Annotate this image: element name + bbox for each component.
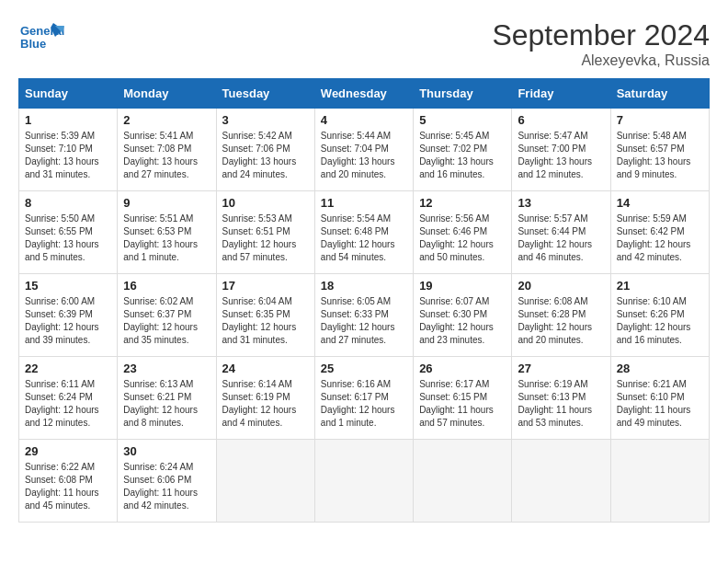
day-info: Sunrise: 5:56 AMSunset: 6:46 PMDaylight:… <box>419 213 506 264</box>
day-header-sunday: Sunday <box>19 79 118 109</box>
day-header-tuesday: Tuesday <box>216 79 314 109</box>
day-info: Sunrise: 6:10 AMSunset: 6:26 PMDaylight:… <box>617 295 703 347</box>
day-info: Sunrise: 6:02 AMSunset: 6:37 PMDaylight:… <box>123 295 210 347</box>
calendar-cell <box>216 440 314 523</box>
location-subtitle: Alexeyevka, Russia <box>492 52 710 69</box>
day-number: 24 <box>222 362 309 375</box>
day-info: Sunrise: 6:24 AMSunset: 6:06 PMDaylight:… <box>123 461 210 512</box>
day-header-thursday: Thursday <box>414 79 512 109</box>
day-number: 13 <box>518 196 604 210</box>
calendar-cell: 24Sunrise: 6:14 AMSunset: 6:19 PMDayligh… <box>216 357 314 440</box>
day-number: 6 <box>518 113 604 127</box>
calendar-cell: 14Sunrise: 5:59 AMSunset: 6:42 PMDayligh… <box>610 191 709 274</box>
day-number: 29 <box>25 444 111 458</box>
day-number: 3 <box>222 113 309 127</box>
calendar-cell: 28Sunrise: 6:21 AMSunset: 6:10 PMDayligh… <box>610 357 709 440</box>
calendar-cell: 1Sunrise: 5:39 AMSunset: 7:10 PMDaylight… <box>19 109 118 191</box>
calendar-cell <box>414 440 512 523</box>
calendar-cell: 2Sunrise: 5:41 AMSunset: 7:08 PMDaylight… <box>118 109 216 191</box>
day-number: 7 <box>617 113 703 127</box>
day-info: Sunrise: 5:57 AMSunset: 6:44 PMDaylight:… <box>518 213 604 264</box>
day-number: 18 <box>321 279 407 293</box>
day-number: 2 <box>123 113 210 127</box>
calendar-cell <box>314 440 413 523</box>
calendar-cell: 23Sunrise: 6:13 AMSunset: 6:21 PMDayligh… <box>118 357 216 440</box>
calendar-cell: 11Sunrise: 5:54 AMSunset: 6:48 PMDayligh… <box>314 191 413 274</box>
day-number: 14 <box>617 196 703 210</box>
calendar-cell: 25Sunrise: 6:16 AMSunset: 6:17 PMDayligh… <box>314 357 413 440</box>
day-number: 30 <box>123 444 210 458</box>
day-number: 28 <box>617 362 703 375</box>
day-number: 11 <box>321 196 407 210</box>
calendar-cell <box>610 440 709 523</box>
calendar-cell: 9Sunrise: 5:51 AMSunset: 6:53 PMDaylight… <box>118 191 216 274</box>
calendar-cell: 7Sunrise: 5:48 AMSunset: 6:57 PMDaylight… <box>610 109 709 191</box>
day-info: Sunrise: 6:21 AMSunset: 6:10 PMDaylight:… <box>617 378 703 430</box>
month-title: September 2024 <box>492 18 710 52</box>
day-info: Sunrise: 5:53 AMSunset: 6:51 PMDaylight:… <box>222 213 309 264</box>
calendar-cell: 17Sunrise: 6:04 AMSunset: 6:35 PMDayligh… <box>216 274 314 357</box>
day-info: Sunrise: 5:54 AMSunset: 6:48 PMDaylight:… <box>321 213 407 264</box>
day-number: 15 <box>25 279 111 293</box>
day-header-friday: Friday <box>512 79 610 109</box>
day-number: 4 <box>321 113 407 127</box>
calendar-cell: 13Sunrise: 5:57 AMSunset: 6:44 PMDayligh… <box>512 191 610 274</box>
day-number: 16 <box>123 279 210 293</box>
page-header: General Blue September 2024 Alexeyevka, … <box>18 18 710 69</box>
day-info: Sunrise: 6:16 AMSunset: 6:17 PMDaylight:… <box>321 378 407 430</box>
calendar-cell: 21Sunrise: 6:10 AMSunset: 6:26 PMDayligh… <box>610 274 709 357</box>
day-number: 26 <box>419 362 506 375</box>
calendar-cell: 26Sunrise: 6:17 AMSunset: 6:15 PMDayligh… <box>414 357 512 440</box>
day-info: Sunrise: 5:44 AMSunset: 7:04 PMDaylight:… <box>321 130 407 181</box>
day-header-saturday: Saturday <box>610 79 709 109</box>
calendar-cell: 20Sunrise: 6:08 AMSunset: 6:28 PMDayligh… <box>512 274 610 357</box>
day-info: Sunrise: 6:14 AMSunset: 6:19 PMDaylight:… <box>222 378 309 430</box>
calendar-cell: 29Sunrise: 6:22 AMSunset: 6:08 PMDayligh… <box>19 440 118 523</box>
calendar-cell: 27Sunrise: 6:19 AMSunset: 6:13 PMDayligh… <box>512 357 610 440</box>
calendar-cell: 22Sunrise: 6:11 AMSunset: 6:24 PMDayligh… <box>19 357 118 440</box>
calendar-cell: 16Sunrise: 6:02 AMSunset: 6:37 PMDayligh… <box>118 274 216 357</box>
day-number: 21 <box>617 279 703 293</box>
calendar-cell: 19Sunrise: 6:07 AMSunset: 6:30 PMDayligh… <box>414 274 512 357</box>
day-info: Sunrise: 6:22 AMSunset: 6:08 PMDaylight:… <box>25 461 111 512</box>
day-info: Sunrise: 6:08 AMSunset: 6:28 PMDaylight:… <box>518 295 604 347</box>
calendar-cell: 3Sunrise: 5:42 AMSunset: 7:06 PMDaylight… <box>216 109 314 191</box>
calendar-cell: 8Sunrise: 5:50 AMSunset: 6:55 PMDaylight… <box>19 191 118 274</box>
day-info: Sunrise: 5:51 AMSunset: 6:53 PMDaylight:… <box>123 213 210 264</box>
calendar-cell: 5Sunrise: 5:45 AMSunset: 7:02 PMDaylight… <box>414 109 512 191</box>
calendar-cell: 30Sunrise: 6:24 AMSunset: 6:06 PMDayligh… <box>118 440 216 523</box>
day-number: 25 <box>321 362 407 375</box>
day-info: Sunrise: 6:07 AMSunset: 6:30 PMDaylight:… <box>419 295 506 347</box>
day-info: Sunrise: 6:05 AMSunset: 6:33 PMDaylight:… <box>321 295 407 347</box>
day-number: 9 <box>123 196 210 210</box>
day-number: 20 <box>518 279 604 293</box>
calendar-cell: 12Sunrise: 5:56 AMSunset: 6:46 PMDayligh… <box>414 191 512 274</box>
title-section: September 2024 Alexeyevka, Russia <box>492 18 710 69</box>
day-number: 5 <box>419 113 506 127</box>
day-number: 12 <box>419 196 506 210</box>
day-info: Sunrise: 5:42 AMSunset: 7:06 PMDaylight:… <box>222 130 309 181</box>
day-number: 10 <box>222 196 309 210</box>
calendar-table: SundayMondayTuesdayWednesdayThursdayFrid… <box>18 78 710 523</box>
calendar-cell: 4Sunrise: 5:44 AMSunset: 7:04 PMDaylight… <box>314 109 413 191</box>
day-number: 8 <box>25 196 111 210</box>
day-info: Sunrise: 6:04 AMSunset: 6:35 PMDaylight:… <box>222 295 309 347</box>
day-number: 1 <box>25 113 111 127</box>
day-info: Sunrise: 6:19 AMSunset: 6:13 PMDaylight:… <box>518 378 604 430</box>
calendar-cell: 15Sunrise: 6:00 AMSunset: 6:39 PMDayligh… <box>19 274 118 357</box>
day-info: Sunrise: 5:45 AMSunset: 7:02 PMDaylight:… <box>419 130 506 181</box>
svg-text:Blue: Blue <box>20 37 46 51</box>
calendar-cell <box>512 440 610 523</box>
day-info: Sunrise: 6:17 AMSunset: 6:15 PMDaylight:… <box>419 378 506 430</box>
day-number: 22 <box>25 362 111 375</box>
day-header-monday: Monday <box>118 79 216 109</box>
logo: General Blue <box>18 18 64 60</box>
day-number: 19 <box>419 279 506 293</box>
day-number: 23 <box>123 362 210 375</box>
day-header-wednesday: Wednesday <box>314 79 413 109</box>
day-info: Sunrise: 5:47 AMSunset: 7:00 PMDaylight:… <box>518 130 604 181</box>
day-info: Sunrise: 5:48 AMSunset: 6:57 PMDaylight:… <box>617 130 703 181</box>
day-info: Sunrise: 5:59 AMSunset: 6:42 PMDaylight:… <box>617 213 703 264</box>
day-info: Sunrise: 5:39 AMSunset: 7:10 PMDaylight:… <box>25 130 111 181</box>
day-info: Sunrise: 5:50 AMSunset: 6:55 PMDaylight:… <box>25 213 111 264</box>
